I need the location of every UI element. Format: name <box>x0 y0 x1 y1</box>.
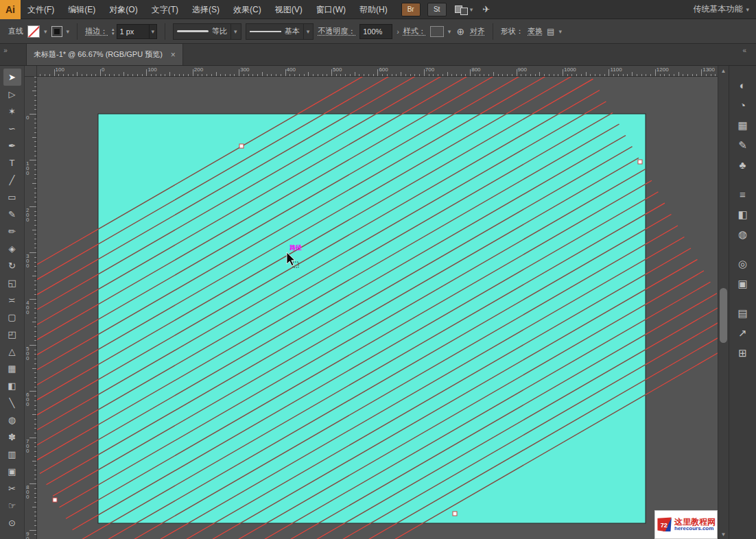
ruler-corner[interactable] <box>25 66 37 77</box>
right-dock: ◐◔▦✎♣≡◧◍◎▣▤↗⊞ <box>729 66 756 539</box>
chevron-down-icon[interactable]: ▾ <box>149 25 157 38</box>
layers-panel-icon[interactable]: ▤ <box>729 303 756 323</box>
selection-tool-icon[interactable]: ➤ <box>3 69 21 86</box>
stroke-color-swatch[interactable] <box>27 25 40 38</box>
panel-menu-icon[interactable]: ▤ <box>547 27 554 36</box>
width-tool-icon[interactable]: ≍ <box>3 291 21 309</box>
share-icon[interactable]: ✈ <box>482 4 490 14</box>
paintbrush-tool-icon[interactable]: ✎ <box>3 206 21 223</box>
appearance-panel-icon[interactable]: ◎ <box>729 254 756 274</box>
chevron-down-icon[interactable]: ▾ <box>44 28 47 35</box>
eyedropper-tool-icon[interactable]: ╲ <box>3 394 21 411</box>
selection-handle[interactable] <box>53 498 57 502</box>
stock-button[interactable]: St <box>427 3 447 16</box>
transparency-panel-icon[interactable]: ◍ <box>729 224 756 244</box>
menu-item-view[interactable]: 视图(V) <box>268 0 309 19</box>
free-transform-tool-icon[interactable]: ▢ <box>3 309 21 326</box>
symbol-sprayer-tool-icon[interactable]: ✽ <box>3 429 21 446</box>
direct-selection-tool-icon[interactable]: ▷ <box>3 86 21 103</box>
symbols-panel-icon[interactable]: ♣ <box>729 155 756 175</box>
artboard-tool-icon[interactable]: ▣ <box>3 463 21 480</box>
artboard[interactable] <box>98 114 646 523</box>
align-label[interactable]: 对齐 <box>470 26 485 36</box>
stroke-panel-icon[interactable]: ≡ <box>729 184 756 204</box>
scroll-down-icon[interactable]: ▼ <box>718 529 729 539</box>
lasso-tool-icon[interactable]: ∽ <box>3 120 21 137</box>
line-segment-tool-icon[interactable]: ╱ <box>3 171 21 189</box>
scale-tool-icon[interactable]: ◱ <box>3 274 21 291</box>
menu-item-object[interactable]: 对象(O) <box>102 0 144 19</box>
menu-item-window[interactable]: 窗口(W) <box>309 0 353 19</box>
rotate-tool-icon[interactable]: ↻ <box>3 257 21 274</box>
vertical-ruler[interactable]: 01 0 02 0 03 0 04 0 05 0 06 0 07 0 08 0 … <box>25 77 37 539</box>
canvas[interactable]: 路径 72 这里教程网 herecours.com <box>37 77 718 539</box>
shape-builder-tool-icon[interactable]: ◰ <box>3 326 21 343</box>
menu-item-select[interactable]: 选择(S) <box>185 0 226 19</box>
chevron-down-icon[interactable]: ▾ <box>67 28 70 35</box>
stroke-style-swatch[interactable] <box>51 26 62 37</box>
vertical-scrollbar[interactable]: ▲ ▼ <box>718 66 729 539</box>
rectangle-tool-icon[interactable]: ▭ <box>3 189 21 206</box>
document-tab[interactable]: 未标题-1* @ 66.67% (RGB/GPU 预览) × <box>26 44 183 65</box>
scrollbar-thumb[interactable] <box>720 288 727 343</box>
color-panel-icon[interactable]: ◐ <box>729 75 756 95</box>
zoom-tool-icon[interactable]: ⊙ <box>3 514 21 531</box>
magic-wand-tool-icon[interactable]: ✶ <box>3 103 21 120</box>
bridge-button[interactable]: Br <box>401 3 421 16</box>
export-panel-icon[interactable]: ↗ <box>729 323 756 343</box>
menu-item-file[interactable]: 文件(F) <box>21 0 61 19</box>
brushes-panel-icon[interactable]: ✎ <box>729 135 756 155</box>
selection-handle[interactable] <box>638 160 642 164</box>
divider <box>165 23 165 40</box>
menu-item-help[interactable]: 帮助(H) <box>353 0 394 19</box>
recolor-artwork-icon[interactable]: ⊕ <box>456 26 464 37</box>
artboards-panel-icon[interactable]: ⊞ <box>729 343 756 363</box>
stroke-weight-label[interactable]: 描边： <box>85 26 108 36</box>
arrange-documents-button[interactable]: ▾ <box>455 4 473 15</box>
brush-definition-dropdown[interactable]: 基本 ▾ <box>246 23 314 40</box>
canvas-svg[interactable]: 路径 <box>37 77 718 539</box>
opacity-expand-icon[interactable]: › <box>397 27 399 36</box>
brush-stroke-icon <box>250 31 281 32</box>
gradient-tool-icon[interactable]: ◧ <box>3 377 21 394</box>
mesh-tool-icon[interactable]: ▦ <box>3 360 21 377</box>
opacity-label[interactable]: 不透明度： <box>318 26 355 36</box>
slice-tool-icon[interactable]: ✂ <box>3 480 21 497</box>
pen-tool-icon[interactable]: ✒ <box>3 137 21 154</box>
opacity-input[interactable] <box>360 27 392 36</box>
type-tool-icon[interactable]: T <box>3 154 21 171</box>
hand-tool-icon[interactable]: ☞ <box>3 497 21 514</box>
selection-handle[interactable] <box>453 512 457 516</box>
perspective-grid-tool-icon[interactable]: △ <box>3 343 21 360</box>
eraser-tool-icon[interactable]: ◈ <box>3 240 21 257</box>
tab-close-icon[interactable]: × <box>171 50 176 60</box>
stroke-weight-input[interactable] <box>117 27 149 36</box>
color-guide-panel-icon[interactable]: ◔ <box>729 95 756 115</box>
scroll-up-icon[interactable]: ▲ <box>718 66 729 75</box>
chevron-down-icon[interactable]: ▾ <box>448 28 451 35</box>
illustrator-logo-icon[interactable]: Ai <box>0 0 21 19</box>
pencil-tool-icon[interactable]: ✏ <box>3 223 21 240</box>
swatches-panel-icon[interactable]: ▦ <box>729 115 756 135</box>
ruler-label: 3 0 0 <box>26 254 29 268</box>
menu-item-edit[interactable]: 编辑(E) <box>61 0 102 19</box>
menu-item-type[interactable]: 文字(T) <box>145 0 185 19</box>
selection-handle[interactable] <box>239 144 244 148</box>
gradient-panel-icon[interactable]: ◧ <box>729 204 756 224</box>
transform-label[interactable]: 变换 <box>528 26 543 36</box>
toolbar-collapse-icon[interactable]: » <box>0 44 11 65</box>
blend-tool-icon[interactable]: ◍ <box>3 411 21 429</box>
horizontal-ruler[interactable]: 1000100200300400500600700800900100011001… <box>37 66 718 77</box>
chevron-down-icon[interactable]: ▾ <box>558 28 562 35</box>
stroke-weight-stepper[interactable]: ▴ ▾ <box>112 27 115 36</box>
stroke-profile-dropdown[interactable]: 等比 ▾ <box>173 23 241 40</box>
ruler-label: 900 <box>518 67 527 73</box>
style-swatch[interactable] <box>430 26 444 37</box>
dock-collapse-icon[interactable]: « <box>742 44 756 65</box>
stepper-down-icon[interactable]: ▾ <box>112 32 115 36</box>
style-label[interactable]: 样式： <box>403 26 426 36</box>
graphic-styles-panel-icon[interactable]: ▣ <box>729 274 756 294</box>
menu-item-effect[interactable]: 效果(C) <box>226 0 268 19</box>
column-graph-tool-icon[interactable]: ▥ <box>3 446 21 463</box>
workspace-switcher[interactable]: 传统基本功能 ▾ <box>693 3 749 15</box>
